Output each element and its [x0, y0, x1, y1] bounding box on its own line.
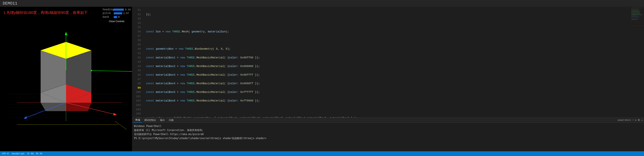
terminal-line-4: 尝试新的跨平台 PowerShell https://aka.ms/pscore…	[134, 132, 642, 136]
pitch-control: pitch 1.57	[102, 12, 131, 15]
svg-rect-41	[631, 14, 640, 14]
svg-point-31	[91, 70, 92, 71]
status-bar: UTF-8 JavaScript 行 99, 列 43	[0, 151, 644, 156]
terminal-tab-problems[interactable]: 问题	[167, 118, 176, 123]
terminal-tab-terminal[interactable]: 终端	[133, 118, 142, 123]
code-minimap	[630, 7, 644, 118]
terminal-split-icon[interactable]: ⊟	[635, 119, 636, 122]
svg-rect-37	[631, 11, 640, 11]
svg-rect-35	[631, 9, 640, 9]
3d-scene	[0, 7, 132, 151]
terminal-panel: 终端 调试控制台 输出 问题 powershell + ⊟ 🗑 ✕ Window…	[132, 118, 644, 151]
pitch-value: 1.57	[123, 12, 129, 15]
bank-control: bank 0	[102, 15, 131, 18]
code-editor: 31 32 33 34 35 36 37 38 39 40 41 42 43 4…	[132, 7, 644, 118]
svg-rect-36	[631, 10, 638, 10]
svg-rect-39	[631, 12, 640, 13]
bank-value: 0	[118, 16, 120, 18]
svg-rect-40	[631, 13, 640, 13]
status-encoding: UTF-8	[2, 153, 9, 155]
terminal-content[interactable]: Windows PowerShell 版权所有 (C) Microsoft Co…	[132, 123, 644, 151]
terminal-line-6: PS D:\project\MySource\Studay\shader\sha…	[134, 136, 642, 140]
controls-overlay: heading 3.14 pitch 1.57 bank 0 Close Con…	[101, 7, 132, 24]
svg-rect-38	[631, 11, 640, 12]
svg-rect-47	[631, 18, 640, 19]
svg-rect-49	[630, 25, 644, 26]
svg-rect-43	[631, 15, 636, 16]
svg-rect-42	[631, 15, 642, 15]
code-text[interactable]: }); const Sun = new THREE.Mesh( geometry…	[142, 7, 630, 118]
pitch-bar[interactable]	[114, 12, 122, 14]
viewport-panel: heading 3.14 pitch 1.57 bank 0 Close Con…	[0, 7, 132, 151]
line-numbers: 31 32 33 34 35 36 37 38 39 40 41 42 43 4…	[132, 7, 142, 118]
heading-label: heading	[102, 8, 113, 11]
heading-value: 3.14	[125, 8, 131, 11]
terminal-tab-debug[interactable]: 调试控制台	[142, 118, 158, 123]
status-language: JavaScript	[11, 153, 24, 155]
svg-rect-32	[630, 7, 644, 118]
main-content: heading 3.14 pitch 1.57 bank 0 Close Con…	[0, 7, 644, 151]
svg-rect-45	[631, 17, 640, 17]
terminal-tab-output[interactable]: 输出	[158, 118, 167, 123]
svg-rect-44	[631, 16, 639, 16]
svg-rect-46	[631, 18, 638, 18]
terminal-line-2: 版权所有 (C) Microsoft Corporation. 保留所有权利。	[134, 128, 642, 132]
viewport-instruction: 1.先绕y轴转动180度，再绕z轴旋转90度，效果如下	[4, 10, 88, 15]
app-title: DEMO11	[3, 1, 17, 6]
svg-marker-18	[66, 103, 91, 111]
pitch-label: pitch	[102, 12, 113, 15]
terminal-tabs: 终端 调试控制台 输出 问题 powershell + ⊟ 🗑 ✕	[132, 118, 644, 123]
title-bar: DEMO11	[0, 0, 644, 7]
terminal-add-icon[interactable]: +	[632, 119, 634, 121]
heading-control: heading 3.14	[102, 8, 131, 11]
terminal-shell-name: powershell	[618, 119, 631, 121]
svg-rect-48	[631, 19, 637, 20]
svg-rect-33	[631, 7, 642, 8]
close-controls-button[interactable]: Close Controls	[102, 20, 131, 23]
status-position: 行 99, 列 43	[27, 152, 42, 155]
terminal-close-icon[interactable]: ✕	[641, 119, 643, 122]
terminal-trash-icon[interactable]: 🗑	[638, 119, 640, 121]
code-panel: 31 32 33 34 35 36 37 38 39 40 41 42 43 4…	[132, 7, 644, 151]
heading-bar[interactable]	[114, 8, 124, 11]
terminal-line-1: Windows PowerShell	[134, 124, 642, 128]
bank-bar[interactable]	[114, 16, 117, 18]
svg-rect-34	[631, 8, 639, 8]
bank-label: bank	[102, 15, 113, 18]
